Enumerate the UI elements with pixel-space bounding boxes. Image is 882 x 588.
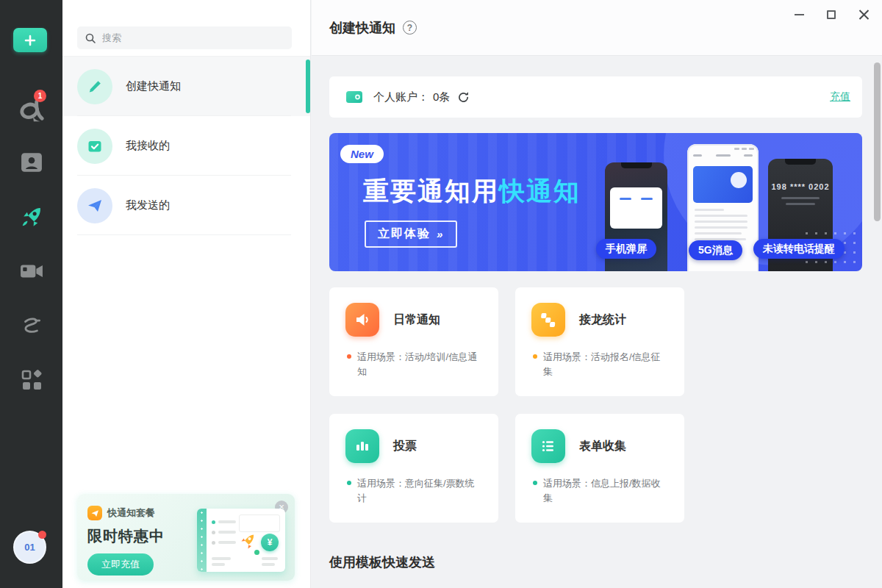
pencil-icon — [77, 69, 112, 104]
main-area: 创建快通知 个人账户： 0条 充值 — [312, 0, 882, 588]
notification-badge: 1 — [34, 90, 46, 102]
promo-card[interactable]: 快通知套餐 限时特惠中 立即充值 — [77, 494, 295, 581]
banner-headline: 重要通知用快通知 — [363, 174, 581, 209]
app-rail: 1 — [0, 0, 62, 588]
maximize-button[interactable] — [820, 4, 842, 26]
help-icon[interactable] — [403, 21, 417, 35]
card-title: 日常通知 — [393, 312, 440, 328]
close-icon — [858, 10, 869, 20]
card-vote[interactable]: 投票 适用场景：意向征集/票数统计 — [329, 414, 498, 523]
try-now-button[interactable]: 立即体验 — [365, 220, 457, 248]
close-button[interactable] — [853, 4, 875, 26]
list-item-label: 我接收的 — [126, 139, 170, 153]
account-label: 个人账户： — [373, 90, 429, 104]
headline-highlight: 快通知 — [499, 176, 581, 205]
create-new-button[interactable] — [13, 28, 47, 52]
rail-item-meeting[interactable] — [0, 244, 62, 298]
avatar-label: 01 — [24, 542, 35, 553]
video-camera-icon — [20, 262, 43, 280]
promo-banner[interactable]: 198 **** 0202 New 重要通知用快通知 立即体验 手机弹屏 5G消… — [329, 133, 862, 271]
feature-label-popup: 手机弹屏 — [596, 239, 656, 259]
list-panel: 创建快通知 我接收的 我发送的 快通知套餐 — [62, 0, 311, 588]
notice-list: 创建快通知 我接收的 我发送的 — [62, 57, 310, 235]
rail-item-quick-notice[interactable] — [0, 190, 62, 244]
paper-plane-icon — [77, 188, 112, 223]
try-now-label: 立即体验 — [378, 226, 431, 242]
speaker-icon — [345, 303, 379, 337]
search-input[interactable] — [102, 32, 271, 43]
list-lines-icon — [531, 429, 565, 463]
card-desc: 适用场景：意向征集/票数统计 — [357, 476, 482, 506]
rail-item-contacts[interactable] — [0, 135, 62, 190]
promo-plane-icon — [87, 506, 102, 520]
card-desc: 适用场景：活动/培训/信息通知 — [357, 350, 482, 379]
card-title: 接龙统计 — [579, 312, 626, 328]
coin-icon — [261, 534, 279, 551]
recharge-now-button[interactable]: 立即充值 — [87, 553, 154, 576]
card-title: 投票 — [393, 439, 417, 454]
feature-label-5g: 5G消息 — [689, 240, 742, 260]
card-chain-stats[interactable]: 接龙统计 适用场景：活动报名/信息征集 — [515, 287, 684, 396]
card-daily-notice[interactable]: 日常通知 适用场景：活动/培训/信息通知 — [329, 287, 498, 396]
window-controls — [788, 0, 875, 29]
notice-type-grid: 日常通知 适用场景：活动/培训/信息通知 接龙统计 适用场景：活动报名/信息征集 — [329, 287, 861, 523]
wallet-icon — [345, 90, 363, 104]
plus-icon — [23, 33, 37, 48]
rail-item-cloud[interactable] — [0, 298, 62, 353]
inbox-check-icon — [77, 129, 112, 164]
account-card: 个人账户： 0条 充值 — [329, 76, 862, 118]
account-count: 0条 — [433, 90, 450, 104]
chain-tiles-icon — [531, 303, 565, 337]
page-title: 创建快通知 — [329, 19, 395, 37]
divider — [77, 234, 291, 235]
promo-headline: 限时特惠中 — [87, 526, 165, 546]
rail-item-apps[interactable] — [0, 353, 62, 407]
feature-label-call: 未读转电话提醒 — [753, 239, 845, 259]
list-item-label: 创建快通知 — [126, 79, 181, 93]
rail-nav: 1 — [0, 81, 62, 407]
main-content: 个人账户： 0条 充值 — [312, 57, 882, 588]
headline-prefix: 重要通知用 — [363, 176, 499, 205]
card-form-collect[interactable]: 表单收集 适用场景：信息上报/数据收集 — [515, 414, 684, 523]
active-indicator — [306, 60, 310, 113]
card-desc: 适用场景：信息上报/数据收集 — [543, 476, 668, 506]
card-title: 表单收集 — [579, 439, 626, 454]
rocket-icon — [18, 204, 44, 230]
card-desc: 适用场景：活动报名/信息征集 — [543, 350, 668, 379]
rail-item-messages[interactable]: 1 — [0, 81, 62, 135]
arrow-icon — [431, 228, 444, 241]
avatar-status-dot — [38, 531, 46, 539]
minimize-icon — [795, 14, 804, 15]
list-item-received[interactable]: 我接收的 — [62, 116, 310, 176]
cloud-swirl-icon — [20, 316, 43, 335]
promo-tag: 快通知套餐 — [107, 506, 155, 520]
scrollbar-thumb[interactable] — [874, 62, 881, 221]
bullet-dot — [533, 354, 537, 359]
bullet-dot — [347, 354, 351, 359]
bullet-dot — [347, 481, 351, 485]
search-box[interactable] — [77, 26, 292, 49]
list-item-create-notice[interactable]: 创建快通知 — [62, 57, 310, 116]
user-avatar[interactable]: 01 — [13, 531, 46, 564]
minimize-button[interactable] — [788, 4, 810, 26]
refresh-icon[interactable] — [457, 91, 470, 104]
contact-card-icon — [21, 152, 43, 173]
list-item-label: 我发送的 — [126, 198, 170, 212]
mini-rocket-icon — [238, 532, 257, 551]
list-item-sent[interactable]: 我发送的 — [62, 176, 310, 235]
bullet-dot — [533, 481, 537, 485]
bar-chart-icon — [345, 429, 379, 463]
caller-number: 198 **** 0202 — [768, 182, 833, 191]
apps-grid-icon — [21, 369, 43, 391]
app-window: { "sidebar": { "badge_count": "1", "avat… — [0, 0, 882, 588]
main-header: 创建快通知 — [312, 0, 882, 56]
maximize-icon — [827, 10, 836, 19]
new-badge: New — [340, 145, 384, 163]
recharge-link[interactable]: 充值 — [830, 90, 850, 104]
search-icon — [85, 32, 96, 44]
section-title: 使用模板快速发送 — [329, 553, 861, 571]
promo-illustration — [197, 509, 285, 572]
